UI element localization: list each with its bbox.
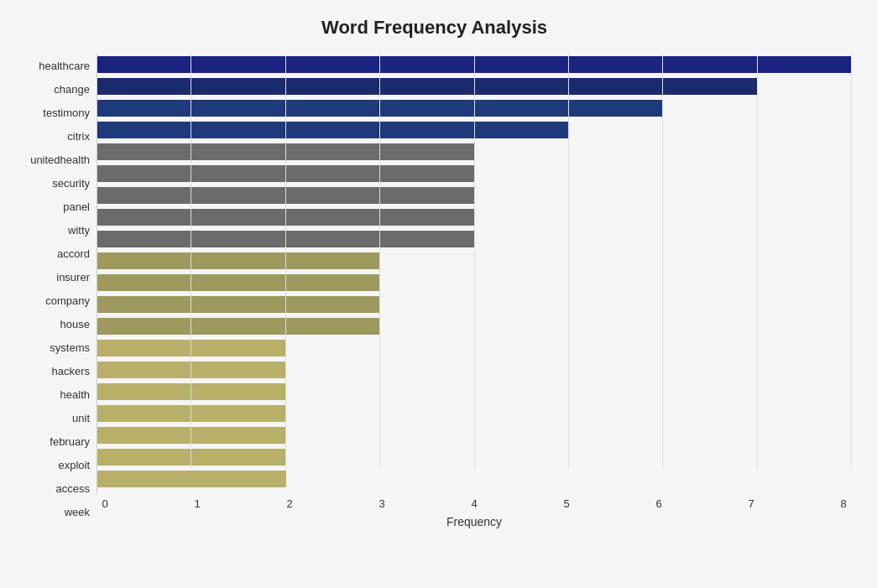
bar <box>97 471 286 487</box>
chart-title: Word Frequency Analysis <box>17 17 852 39</box>
bar <box>97 449 286 466</box>
bar-row <box>97 337 852 359</box>
y-axis: healthcarechangetestimonycitrixunitedhea… <box>17 54 97 524</box>
bar-row <box>97 315 852 337</box>
bar-row <box>97 206 852 228</box>
bar-row <box>97 250 852 272</box>
bar-row <box>97 228 852 250</box>
bars-wrapper <box>97 54 852 494</box>
bar-row <box>97 446 852 468</box>
x-axis: 012345678 <box>97 497 852 510</box>
y-label: exploit <box>58 454 90 477</box>
y-label: citrix <box>67 124 90 148</box>
x-bottom: 012345678 Frequency <box>97 494 852 528</box>
y-label: company <box>45 289 90 312</box>
chart-container: Word Frequency Analysis healthcarechange… <box>0 0 877 588</box>
bar-row <box>97 119 852 141</box>
y-label: week <box>65 501 90 524</box>
bar <box>97 143 475 160</box>
y-label: unit <box>72 407 90 430</box>
bar-row <box>97 272 852 294</box>
bar <box>97 209 475 226</box>
x-tick: 6 <box>650 497 667 510</box>
bar <box>97 56 852 73</box>
y-label: access <box>56 477 90 501</box>
x-tick: 5 <box>558 497 575 510</box>
x-tick: 3 <box>373 497 390 510</box>
bar <box>97 165 475 182</box>
bar-row <box>97 468 852 490</box>
bar <box>97 100 663 117</box>
bar-row <box>97 97 852 119</box>
bar <box>97 427 286 444</box>
y-label: february <box>50 430 90 454</box>
bar-row <box>97 75 852 97</box>
y-label: security <box>52 171 90 195</box>
y-label: house <box>60 313 90 336</box>
y-label: witty <box>68 218 90 242</box>
x-axis-label: Frequency <box>97 515 852 528</box>
y-label: hackers <box>51 360 90 383</box>
x-tick: 8 <box>835 497 852 510</box>
chart-area: healthcarechangetestimonycitrixunitedhea… <box>17 54 852 524</box>
y-label: unitedhealth <box>30 148 90 171</box>
bar <box>97 362 286 378</box>
bar-row <box>97 141 852 163</box>
bar-row <box>97 294 852 315</box>
y-label: health <box>60 383 90 407</box>
bar <box>97 187 475 204</box>
y-label: systems <box>50 336 90 360</box>
y-label: accord <box>57 242 90 265</box>
x-tick: 0 <box>97 497 113 510</box>
y-label: panel <box>63 195 90 218</box>
x-tick: 2 <box>281 497 298 510</box>
y-label: change <box>54 77 90 101</box>
x-tick: 4 <box>466 497 483 510</box>
bar-row <box>97 381 852 403</box>
bar-row <box>97 403 852 424</box>
y-label: healthcare <box>39 54 90 77</box>
bar <box>97 318 380 335</box>
y-label: insurer <box>56 265 90 289</box>
bars-and-grid <box>97 54 852 494</box>
bar-row <box>97 54 852 75</box>
bar <box>97 340 286 356</box>
bar-row <box>97 185 852 206</box>
bar-row <box>97 163 852 185</box>
y-label: testimony <box>43 101 90 124</box>
bar <box>97 252 380 269</box>
x-tick: 1 <box>189 497 206 510</box>
bar <box>97 296 380 313</box>
bar <box>97 405 286 422</box>
x-tick: 7 <box>743 497 760 510</box>
bar <box>97 383 286 400</box>
bar <box>97 274 380 291</box>
bar <box>97 231 475 247</box>
bar-row <box>97 424 852 446</box>
bar <box>97 122 569 138</box>
bar <box>97 78 758 95</box>
bar-row <box>97 359 852 381</box>
